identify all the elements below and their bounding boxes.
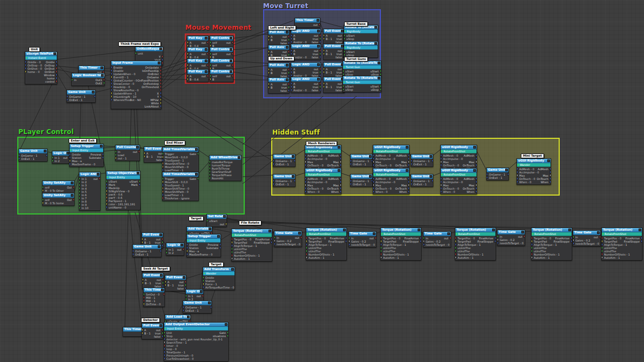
port[interactable] bbox=[476, 181, 477, 183]
port[interactable] bbox=[320, 35, 320, 36]
port[interactable] bbox=[291, 35, 292, 36]
node-header[interactable]: Poll Axis bbox=[269, 45, 289, 50]
port[interactable] bbox=[320, 38, 320, 39]
port[interactable] bbox=[273, 163, 274, 165]
port[interactable] bbox=[25, 64, 26, 66]
collapse-icon[interactable] bbox=[71, 194, 73, 197]
port[interactable] bbox=[532, 237, 532, 239]
collapse-icon[interactable] bbox=[292, 155, 294, 158]
collapse-icon[interactable] bbox=[286, 78, 289, 81]
port[interactable] bbox=[162, 245, 163, 246]
port[interactable] bbox=[70, 157, 70, 158]
port[interactable] bbox=[372, 180, 372, 182]
port[interactable] bbox=[111, 66, 112, 68]
port[interactable] bbox=[381, 244, 381, 245]
node-header[interactable]: Poll Key bbox=[187, 48, 208, 52]
port[interactable] bbox=[343, 70, 344, 72]
port[interactable] bbox=[269, 36, 269, 37]
port[interactable] bbox=[289, 86, 289, 88]
port[interactable] bbox=[441, 191, 441, 192]
port[interactable] bbox=[424, 244, 424, 245]
node-header[interactable]: Rotate To (RotateTo) bbox=[343, 76, 381, 81]
port[interactable] bbox=[532, 247, 532, 249]
node-header[interactable]: Torque (Rotation) bbox=[602, 228, 642, 232]
node-addTransform[interactable]: Add TransformWanderOnIdleStationForce - … bbox=[203, 267, 235, 290]
port[interactable] bbox=[79, 184, 80, 186]
port[interactable] bbox=[142, 329, 143, 331]
port[interactable] bbox=[19, 158, 19, 159]
port[interactable] bbox=[163, 166, 163, 167]
node-header[interactable]: Logic OR bbox=[186, 290, 203, 294]
port[interactable] bbox=[210, 53, 211, 55]
port[interactable] bbox=[185, 284, 186, 286]
node-header[interactable]: Game Unit bbox=[67, 90, 95, 95]
node-header[interactable]: uGUI Rigidbody bbox=[305, 169, 341, 173]
port[interactable] bbox=[111, 79, 112, 81]
port[interactable] bbox=[185, 281, 186, 283]
port[interactable] bbox=[163, 169, 163, 171]
port[interactable] bbox=[340, 181, 341, 183]
port[interactable] bbox=[344, 51, 345, 52]
port[interactable] bbox=[305, 187, 306, 189]
port[interactable] bbox=[187, 250, 187, 252]
port[interactable] bbox=[162, 329, 163, 331]
collapse-icon[interactable] bbox=[369, 155, 372, 158]
collapse-icon[interactable] bbox=[298, 232, 301, 234]
port[interactable] bbox=[232, 238, 232, 240]
collapse-icon[interactable] bbox=[369, 175, 372, 178]
node-header[interactable]: Torque (Rotation) bbox=[306, 228, 346, 232]
node-header[interactable]: Poll Event bbox=[324, 63, 344, 67]
node-header[interactable]: Torque (Rotation) bbox=[532, 228, 572, 232]
port[interactable] bbox=[207, 53, 208, 55]
port[interactable] bbox=[106, 197, 107, 198]
comment-label[interactable]: Turret Base bbox=[344, 22, 368, 26]
port[interactable] bbox=[144, 152, 145, 154]
node-rigidbodyBig[interactable]: uGUI RigidbodyRotateFromShotAdMesh - 0Ad… bbox=[440, 168, 477, 195]
node-pollEvent[interactable]: Poll EventAoutB - 1truefalse bbox=[142, 323, 163, 339]
port[interactable] bbox=[274, 237, 275, 238]
port[interactable] bbox=[289, 75, 289, 77]
collapse-icon[interactable] bbox=[200, 290, 203, 293]
node-header[interactable]: Logic AND bbox=[79, 172, 100, 177]
collapse-icon[interactable] bbox=[53, 52, 56, 55]
collapse-icon[interactable] bbox=[158, 245, 160, 248]
port[interactable] bbox=[136, 52, 136, 54]
collapse-icon[interactable] bbox=[100, 145, 103, 148]
port[interactable] bbox=[289, 51, 289, 52]
node-rigidbodyBig[interactable]: uGUI RigidbodyRotateFromShotAdMesh - 0Ad… bbox=[305, 168, 341, 195]
node-timeGate[interactable]: Time GateInoutGates - 0.2needsToTarget -… bbox=[573, 230, 601, 246]
port[interactable] bbox=[550, 181, 551, 183]
port[interactable] bbox=[187, 244, 187, 245]
node-header[interactable]: Logic AND bbox=[291, 77, 320, 82]
port[interactable] bbox=[476, 161, 477, 163]
node-header[interactable]: Add Output EventDetector bbox=[164, 323, 228, 327]
port[interactable] bbox=[116, 151, 116, 152]
port[interactable] bbox=[498, 242, 498, 244]
port[interactable] bbox=[306, 253, 307, 255]
port[interactable] bbox=[306, 240, 307, 242]
port[interactable] bbox=[291, 68, 292, 70]
port[interactable] bbox=[56, 81, 57, 82]
collapse-icon[interactable] bbox=[238, 156, 240, 159]
port[interactable] bbox=[79, 181, 80, 183]
collapse-icon[interactable] bbox=[447, 232, 450, 235]
port[interactable] bbox=[207, 42, 208, 43]
port[interactable] bbox=[25, 61, 26, 63]
node-header[interactable]: Game Unit bbox=[273, 175, 295, 179]
port[interactable] bbox=[271, 242, 272, 243]
node-setupObjVar[interactable]: Setup ObjectVariableInput EntityuStartuS… bbox=[106, 171, 140, 210]
port[interactable] bbox=[232, 242, 232, 243]
node-header[interactable]: Poll Controller bbox=[210, 36, 233, 41]
node-header[interactable]: Add Variable bbox=[187, 227, 212, 231]
port[interactable] bbox=[305, 164, 306, 166]
collapse-icon[interactable] bbox=[92, 91, 95, 93]
collapse-icon[interactable] bbox=[317, 19, 319, 22]
port[interactable] bbox=[411, 163, 412, 165]
collapse-icon[interactable] bbox=[159, 324, 162, 327]
port[interactable] bbox=[306, 257, 307, 258]
port[interactable] bbox=[187, 56, 188, 58]
port[interactable] bbox=[164, 351, 165, 353]
node-header[interactable]: Set RelativePos bbox=[207, 214, 226, 219]
port[interactable] bbox=[210, 56, 211, 58]
port[interactable] bbox=[160, 92, 161, 94]
